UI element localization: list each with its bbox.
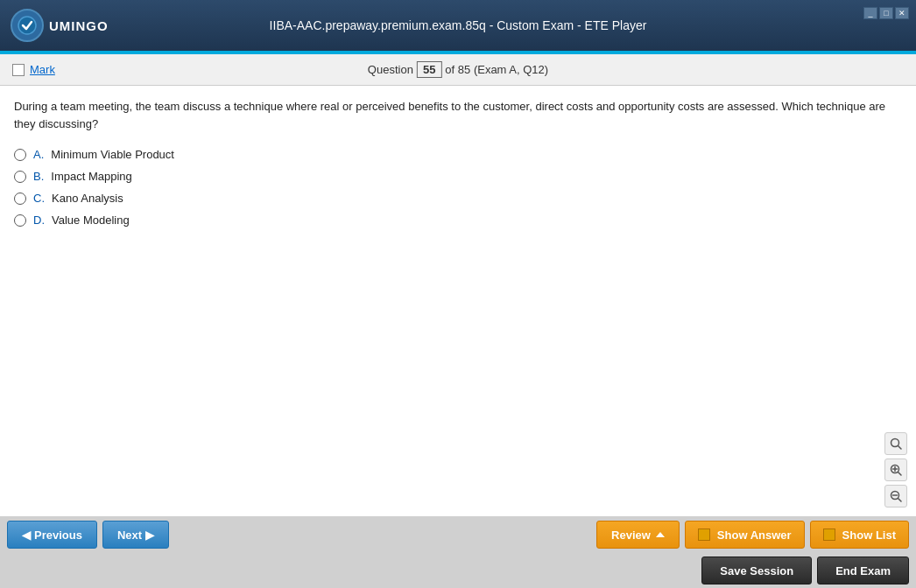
option-label-a: A. xyxy=(33,148,44,161)
logo-text: UMINGO xyxy=(49,18,109,33)
logo-icon xyxy=(11,9,44,42)
previous-label: Previous xyxy=(34,528,82,542)
next-label: Next xyxy=(117,528,142,542)
mark-area[interactable]: Mark xyxy=(12,63,55,76)
previous-button[interactable]: ◀ Previous xyxy=(7,521,97,549)
show-list-button[interactable]: Show List xyxy=(810,521,909,549)
show-answer-checkbox-icon xyxy=(698,528,710,541)
option-item-c[interactable]: C. Kano Analysis xyxy=(14,192,902,205)
show-list-checkbox-icon xyxy=(823,528,835,541)
question-of: of 85 (Exam A, Q12) xyxy=(445,63,548,76)
review-label: Review xyxy=(611,528,651,542)
review-arrow-icon xyxy=(656,532,665,537)
zoom-in-icon-btn[interactable] xyxy=(884,458,907,481)
option-item-d[interactable]: D. Value Modeling xyxy=(14,214,902,227)
option-item-a[interactable]: A. Minimum Viable Product xyxy=(14,148,902,161)
svg-line-2 xyxy=(898,446,902,450)
end-exam-label: End Exam xyxy=(835,564,891,578)
question-text: During a team meeting, the team discuss … xyxy=(14,98,902,132)
close-button[interactable]: ✕ xyxy=(895,7,909,19)
svg-line-4 xyxy=(898,472,902,476)
option-label-b: B. xyxy=(33,170,44,183)
option-radio-b[interactable] xyxy=(14,171,26,183)
prev-arrow-icon: ◀ xyxy=(22,528,31,542)
mark-label[interactable]: Mark xyxy=(30,63,55,76)
option-label-d: D. xyxy=(33,214,45,227)
window-controls[interactable]: _ □ ✕ xyxy=(863,7,909,19)
option-text-a: Minimum Viable Product xyxy=(51,148,174,161)
show-list-label: Show List xyxy=(842,528,896,542)
next-arrow-icon: ▶ xyxy=(145,528,154,542)
option-radio-c[interactable] xyxy=(14,192,26,205)
zoom-out-icon-btn[interactable] xyxy=(884,485,907,508)
options-list: A. Minimum Viable Product B. Impact Mapp… xyxy=(14,148,902,227)
show-answer-button[interactable]: Show Answer xyxy=(685,521,805,549)
toolbar-row1: ◀ Previous Next ▶ Review Show Answer Sho… xyxy=(0,516,916,553)
option-label-c: C. xyxy=(33,192,45,205)
save-session-button[interactable]: Save Session xyxy=(701,556,812,584)
option-text-b: Impact Mapping xyxy=(51,170,132,183)
save-session-label: Save Session xyxy=(720,564,793,578)
toolbar-row2: Save Session End Exam xyxy=(0,553,916,588)
review-button[interactable]: Review xyxy=(596,521,680,549)
window-title: IIBA-AAC.prepaway.premium.exam.85q - Cus… xyxy=(270,18,647,32)
question-number-area: Question 55 of 85 (Exam A, Q12) xyxy=(368,61,548,78)
option-text-c: Kano Analysis xyxy=(52,192,123,205)
svg-line-8 xyxy=(898,499,902,502)
search-icon-btn[interactable] xyxy=(884,432,907,455)
end-exam-button[interactable]: End Exam xyxy=(817,556,909,584)
option-item-b[interactable]: B. Impact Mapping xyxy=(14,170,902,183)
main-content: During a team meeting, the team discuss … xyxy=(0,86,916,516)
mark-checkbox[interactable] xyxy=(12,64,25,76)
question-label: Question xyxy=(368,63,413,76)
logo-area: UMINGO xyxy=(11,9,109,42)
minimize-button[interactable]: _ xyxy=(863,7,877,19)
title-bar: UMINGO IIBA-AAC.prepaway.premium.exam.85… xyxy=(0,0,916,51)
next-button[interactable]: Next ▶ xyxy=(102,521,169,549)
option-radio-a[interactable] xyxy=(14,149,26,161)
show-answer-label: Show Answer xyxy=(717,528,792,542)
sidebar-icons xyxy=(884,432,907,508)
option-radio-d[interactable] xyxy=(14,214,26,227)
question-number: 55 xyxy=(417,61,441,78)
question-header: Mark Question 55 of 85 (Exam A, Q12) xyxy=(0,54,916,86)
restore-button[interactable]: □ xyxy=(879,7,893,19)
option-text-d: Value Modeling xyxy=(52,214,130,227)
svg-point-0 xyxy=(18,17,36,34)
